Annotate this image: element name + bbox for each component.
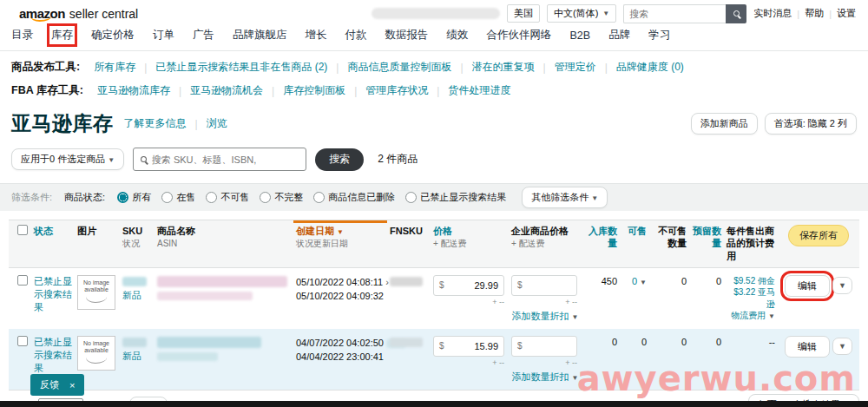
nav-item-stores[interactable]: 品牌旗舰店 [233, 28, 287, 43]
language-selector[interactable]: 中文(简体) ▼ [547, 4, 616, 23]
col-updated-label: 状况更新日期 [296, 238, 385, 249]
radio-icon [260, 192, 271, 203]
search-button[interactable]: 搜索 [315, 148, 364, 171]
updated-date: 05/10/2022 04:09:32 [296, 291, 384, 301]
created-date: 04/07/2022 04:02:50 [296, 338, 384, 348]
add-quantity-discount-link[interactable]: 添加数量折扣 ▼ [511, 310, 579, 322]
edit-dropdown-button[interactable]: ▼ [832, 277, 852, 294]
divider: | [605, 62, 608, 74]
nav-item-b2b[interactable]: B2B [570, 30, 591, 42]
nav-item-growth[interactable]: 增长 [306, 28, 327, 43]
link-manage-pricing[interactable]: 管理定价 [555, 60, 596, 75]
nav-item-payments[interactable]: 付款 [345, 28, 367, 43]
shipping-note: + -- [511, 298, 577, 308]
available-qty-dropdown[interactable]: 0 ▼ [620, 275, 649, 287]
col-created-label: 创建日期 [296, 226, 334, 236]
business-price-input[interactable]: $ [511, 275, 577, 296]
link-manage-inventory-health[interactable]: 管理库存状况 [365, 83, 428, 98]
listing-tools-label: 商品发布工具: [11, 60, 80, 75]
seller-central-text: seller central [69, 7, 138, 21]
shipping-note: + -- [433, 358, 504, 369]
nav-item-learn[interactable]: 学习 [648, 28, 670, 43]
select-all-checkbox[interactable] [17, 225, 28, 235]
col-available[interactable]: 可售 [620, 225, 649, 237]
preferences-button[interactable]: 首选项: 隐藏 2 列 [765, 113, 857, 135]
col-inbound[interactable]: 入库数量 [582, 225, 620, 250]
nav-item-partner-network[interactable]: 合作伙伴网络 [487, 28, 552, 43]
col-unfulfillable[interactable]: 不可售数量 [649, 225, 689, 250]
amazon-seller-central-logo[interactable]: amazon seller central [19, 6, 138, 21]
settings-link[interactable]: 设置 [837, 7, 856, 20]
amazon-smile-icon [86, 297, 107, 303]
learn-more-link[interactable]: 了解更多信息 [124, 116, 187, 131]
price-input[interactable]: $ 15.99 [433, 336, 504, 357]
col-price-label: 价格 [433, 226, 452, 236]
link-fba-opportunities[interactable]: 亚马逊物流机会 [190, 83, 263, 98]
edit-button[interactable]: 编辑 [785, 275, 830, 297]
reserved-qty: 0 [689, 275, 724, 287]
add-quantity-discount-link[interactable]: 添加数量折扣 ▼ [511, 371, 579, 383]
nav-item-catalog[interactable]: 目录 [11, 28, 33, 43]
help-link[interactable]: 帮助 [805, 7, 824, 20]
col-name[interactable]: 商品名称ASIN [155, 225, 293, 249]
link-inventory-dashboard[interactable]: 库存控制面板 [283, 83, 345, 98]
apply-to-selected-dropdown[interactable]: 应用于0 件选定商品 ▼ [11, 148, 124, 170]
nav-item-reports[interactable]: 数据报告 [385, 28, 429, 43]
price-input[interactable]: $ 29.99 [433, 275, 504, 296]
save-all-button[interactable]: 保存所有 [788, 225, 849, 246]
radio-active[interactable]: 在售 [161, 191, 195, 204]
page-title: 亚马逊库存 [11, 110, 114, 137]
col-sku[interactable]: SKU状况 [120, 225, 155, 249]
link-all-inventory[interactable]: 所有库存 [94, 60, 135, 75]
radio-label: 在售 [176, 191, 195, 204]
row-checkbox[interactable] [17, 275, 28, 286]
messages-link[interactable]: 实时消息 [753, 7, 792, 20]
unfulfillable-qty: 0 [649, 336, 689, 348]
radio-inactive[interactable]: 不可售 [206, 191, 249, 204]
radio-all[interactable]: 所有 [117, 191, 151, 204]
edit-button[interactable]: 编辑 [785, 336, 830, 358]
link-potential-duplicates[interactable]: 潜在的重复项 [472, 60, 535, 75]
listing-tools-nav: 商品发布工具: 所有库存 | 已禁止显示搜索结果且非在售商品 (2) | 商品信… [0, 51, 868, 75]
nav-item-performance[interactable]: 绩效 [447, 28, 469, 43]
close-icon[interactable]: × [69, 380, 75, 391]
radio-incomplete[interactable]: 不完整 [260, 191, 303, 204]
more-filters-label: 其他筛选条件 [531, 192, 589, 202]
col-biz-price-label: 企业商品价格 [511, 226, 569, 236]
radio-selected-icon [117, 192, 128, 203]
top-bar: amazon seller central 美国 中文(简体) ▼ 实时消息 |… [0, 0, 868, 23]
more-filters-button[interactable]: 其他筛选条件 ▼ [522, 187, 608, 208]
row-checkbox[interactable] [17, 336, 28, 346]
col-created-sorted[interactable]: 创建日期 ▼状况更新日期 [293, 220, 387, 249]
inventory-search-input[interactable] [152, 154, 299, 165]
global-search-input[interactable] [623, 4, 726, 23]
link-suppressed-listings[interactable]: 已禁止显示搜索结果且非在售商品 (2) [155, 60, 327, 75]
nav-item-pricing[interactable]: 确定价格 [91, 28, 135, 43]
link-fba-inventory[interactable]: 亚马逊物流库存 [97, 83, 170, 98]
nav-item-advertising[interactable]: 广告 [193, 28, 214, 43]
link-quality-dashboard[interactable]: 商品信息质量控制面板 [347, 60, 451, 75]
link-brand-health[interactable]: 品牌健康度 (0) [616, 60, 684, 75]
col-status[interactable]: 状态 [31, 225, 75, 237]
business-price-input[interactable]: $ [511, 336, 577, 357]
col-price[interactable]: 价格+ 配送费 [431, 225, 509, 249]
edit-dropdown-button[interactable]: ▼ [832, 338, 852, 355]
link-shipment-progress[interactable]: 货件处理进度 [448, 83, 510, 98]
col-reserved[interactable]: 预留数量 [689, 225, 724, 250]
divider: | [829, 9, 832, 19]
fba-fee-expand[interactable]: 物流费用 ▼ [727, 310, 775, 322]
global-search-button[interactable] [726, 4, 746, 23]
nav-item-inventory[interactable]: 库存 [51, 28, 73, 43]
nav-item-brands[interactable]: 品牌 [608, 28, 630, 43]
account-name-redacted [372, 8, 500, 19]
watermark-text: awyerwu.com [577, 358, 856, 398]
browse-link[interactable]: 浏览 [207, 116, 227, 131]
radio-suppressed[interactable]: 已禁止显示搜索结果 [405, 191, 506, 204]
chevron-down-icon: ▼ [640, 279, 647, 286]
marketplace-selector[interactable]: 美国 [507, 4, 540, 23]
feedback-button[interactable]: 反馈 × [30, 374, 84, 396]
add-product-button[interactable]: 添加新商品 [691, 113, 758, 135]
sort-desc-icon: ▼ [337, 228, 344, 236]
nav-item-orders[interactable]: 订单 [153, 28, 174, 43]
radio-deleted[interactable]: 商品信息已删除 [313, 191, 395, 204]
